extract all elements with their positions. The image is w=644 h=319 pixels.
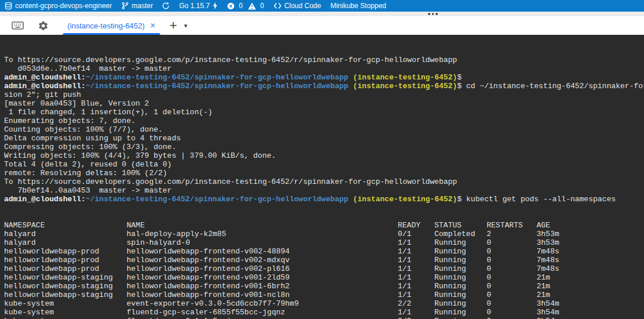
go-version-label: Go 1.15.7	[179, 2, 210, 10]
pod-cell: Running	[434, 308, 487, 317]
project-label: content-gcpro-devops-engineer	[15, 2, 112, 10]
tab-close-icon[interactable]: ✕	[150, 21, 156, 30]
code-brackets-icon	[274, 2, 282, 9]
pod-row: helloworldwebapp-staginghelloworldwebapp…	[4, 291, 644, 299]
database-icon	[5, 2, 12, 10]
pod-cell: helloworldwebapp-frontend-v002-pl616	[127, 264, 398, 273]
pod-cell: 1/1	[398, 282, 434, 291]
pod-cell: helloworldwebapp-staging	[4, 291, 127, 299]
sync-icon	[162, 2, 170, 10]
pods-header-cell: READY	[398, 221, 434, 230]
pod-cell: kube-system	[4, 308, 127, 317]
warning-count: 0	[260, 2, 264, 10]
terminal-line: admin_@cloudshell:~/instance-testing-645…	[4, 82, 644, 90]
pod-cell: 7m48s	[537, 247, 644, 256]
terminal-line: Total 4 (delta 2), reused 0 (delta 0)	[4, 160, 644, 169]
go-version-indicator[interactable]: Go 1.15.7	[174, 0, 222, 12]
terminal-output: To https://source.developers.google.com/…	[4, 56, 644, 204]
pod-row: helloworldwebapp-prodhelloworldwebapp-fr…	[4, 256, 644, 264]
pod-cell: 0	[487, 299, 537, 308]
git-branch-indicator[interactable]: master	[117, 0, 158, 12]
pod-cell: 7m48s	[537, 256, 644, 264]
keyboard-icon[interactable]	[12, 21, 24, 30]
terminal-line: sion 2"; git push	[4, 90, 644, 99]
lightning-icon	[213, 2, 218, 10]
pod-cell: Running	[434, 317, 487, 319]
terminal-line: Enumerating objects: 7, done.	[4, 117, 644, 125]
active-tab-underline	[63, 33, 160, 35]
new-terminal-button[interactable]: +	[170, 20, 177, 31]
terminal-line: admin_@cloudshell:~/instance-testing-645…	[4, 73, 644, 82]
pod-cell: kube-system	[4, 299, 127, 308]
settings-gear-icon[interactable]	[38, 20, 49, 31]
error-count: 0	[239, 2, 243, 10]
pod-cell: Running	[434, 282, 487, 291]
pod-cell: 1/1	[398, 308, 434, 317]
panel-drag-handle-icon[interactable]	[428, 13, 438, 15]
pod-cell: 1/1	[398, 238, 434, 247]
cloud-code-label: Cloud Code	[285, 2, 321, 10]
pod-cell: Running	[434, 256, 487, 264]
pod-cell: Running	[434, 273, 487, 282]
terminal-line: Counting objects: 100% (7/7), done.	[4, 125, 644, 134]
pod-cell: 2	[487, 230, 537, 238]
terminal-line: Compressing objects: 100% (3/3), done.	[4, 143, 644, 151]
pod-cell: halyard	[4, 238, 127, 247]
terminal-line: remote: Resolving deltas: 100% (2/2)	[4, 169, 644, 177]
minikube-label: Minikube Stopped	[330, 2, 386, 10]
pod-cell: helloworldwebapp-frontend-v001-6brh2	[127, 282, 398, 291]
pod-cell: 0	[487, 273, 537, 282]
pods-header-cell: STATUS	[434, 221, 487, 230]
pod-cell: event-exporter-v0.3.0-5cd6ccb7f7-79hm9	[127, 299, 398, 308]
pod-cell: helloworldwebapp-prod	[4, 247, 127, 256]
warning-icon	[248, 2, 256, 10]
pod-cell: Running	[434, 264, 487, 273]
pod-cell: 21m	[537, 282, 644, 291]
project-indicator[interactable]: content-gcpro-devops-engineer	[0, 0, 117, 12]
pod-cell: helloworldwebapp-staging	[4, 282, 127, 291]
pod-cell: 0	[487, 264, 537, 273]
pod-cell: helloworldwebapp-frontend-v002-mdxqv	[127, 256, 398, 264]
pod-cell: 1/1	[398, 291, 434, 299]
terminal[interactable]: To https://source.developers.google.com/…	[0, 35, 644, 319]
branch-label: master	[132, 2, 153, 10]
pod-row: kube-systemevent-exporter-v0.3.0-5cd6ccb…	[4, 299, 644, 308]
problems-indicator[interactable]: 0 0	[222, 0, 268, 12]
pod-cell: halyard	[4, 230, 127, 238]
pod-cell: 3h53m	[537, 238, 644, 247]
pod-row: helloworldwebapp-prodhelloworldwebapp-fr…	[4, 264, 644, 273]
pod-cell: 1/1	[398, 256, 434, 264]
pod-row: helloworldwebapp-prodhelloworldwebapp-fr…	[4, 247, 644, 256]
panel-divider	[0, 12, 644, 16]
pod-row: halyardspin-halyard-01/1Running03h53m	[4, 238, 644, 247]
pod-row: kube-systemfluentd-gcp-scaler-6855f55bcc…	[4, 308, 644, 317]
pod-cell: kube-system	[4, 317, 127, 319]
error-icon	[227, 2, 235, 10]
pod-cell: 0	[487, 256, 537, 264]
pod-row: kube-systemfluentd-gcp-v3.1.1-8gnjm2/2Ru…	[4, 317, 644, 319]
pod-cell: 0	[487, 308, 537, 317]
pod-cell: 0	[487, 282, 537, 291]
git-sync-button[interactable]	[157, 0, 174, 12]
terminal-menu-caret-icon[interactable]: ▾	[184, 22, 188, 30]
pod-cell: 0/1	[398, 230, 434, 238]
pod-cell: hal-deploy-apply-k2m85	[127, 230, 398, 238]
pod-cell: 3h54m	[537, 308, 644, 317]
pod-row: helloworldwebapp-staginghelloworldwebapp…	[4, 273, 644, 282]
pod-cell: fluentd-gcp-v3.1.1-8gnjm	[127, 317, 398, 319]
pod-cell: fluentd-gcp-scaler-6855f55bcc-jgqnz	[127, 308, 398, 317]
pod-cell: Running	[434, 247, 487, 256]
pod-cell: helloworldwebapp-prod	[4, 256, 127, 264]
pod-cell: 1/1	[398, 273, 434, 282]
terminal-tab-instance-testing-6452[interactable]: (instance-testing-6452) ✕	[64, 16, 159, 35]
pod-cell: 0	[487, 238, 537, 247]
pod-cell: 21m	[537, 273, 644, 282]
pod-cell: Running	[434, 291, 487, 299]
terminal-line: Writing objects: 100% (4/4), 379 bytes |…	[4, 151, 644, 160]
pods-header-row: NAMESPACENAMEREADYSTATUSRESTARTSAGE	[4, 221, 644, 230]
cloud-code-button[interactable]: Cloud Code	[269, 0, 326, 12]
terminal-tab-bar: (instance-testing-6452) ✕ + ▾	[0, 16, 644, 35]
minikube-status[interactable]: Minikube Stopped	[326, 0, 391, 12]
pod-cell: 0	[487, 291, 537, 299]
terminal-line: To https://source.developers.google.com/…	[4, 56, 644, 64]
